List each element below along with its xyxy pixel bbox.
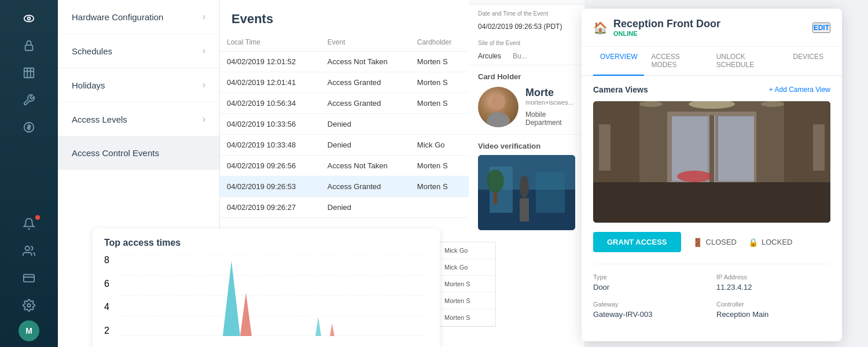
cell-cardholder: [410, 114, 469, 135]
people-item: Morten S: [439, 276, 495, 293]
add-camera-link[interactable]: + Add Camera View: [769, 86, 830, 94]
svg-rect-38: [718, 116, 754, 181]
nav-item-events[interactable]: Access Control Events: [58, 136, 219, 170]
nav-item-hardware[interactable]: Hardware Configuration ›: [58, 0, 219, 34]
sidebar-icon-people[interactable]: [14, 239, 43, 264]
tab-overview[interactable]: OVERVIEW: [593, 47, 644, 76]
controller-label: Controller: [716, 301, 830, 308]
gateway-value: Gateway-IRV-003: [593, 310, 707, 319]
nav-item-access-levels[interactable]: Access Levels ›: [58, 102, 219, 136]
cell-cardholder: Mick Go: [410, 135, 469, 156]
ip-label: IP Address: [716, 274, 830, 280]
svg-rect-3: [24, 68, 34, 78]
sidebar-icon-wrench[interactable]: [14, 87, 43, 112]
table-row[interactable]: 04/02/2019 09:26:56 Access Not Taken Mor…: [220, 156, 469, 176]
info-controller: Controller Reception Main: [716, 301, 830, 319]
sidebar: M: [0, 0, 58, 347]
grant-access-button[interactable]: GRANT ACCESS: [593, 232, 681, 252]
chart-area: 2 4 6 8: [104, 255, 428, 336]
camera-feed[interactable]: Reception Outside LIVE: [593, 101, 830, 223]
cell-time: 04/02/2019 09:26:56: [220, 156, 321, 176]
table-row[interactable]: 04/02/2019 10:56:34 Access Granted Morte…: [220, 93, 469, 114]
status-locked: 🔒 LOCKED: [748, 238, 792, 247]
svg-point-1: [28, 17, 31, 20]
nav-label-holidays: Holidays: [72, 80, 105, 90]
user-avatar[interactable]: M: [19, 320, 39, 341]
svg-point-45: [761, 101, 784, 107]
reception-header: 🏠 Reception Front Door ONLINE EDIT: [582, 9, 842, 47]
cell-cardholder: Morten S: [410, 176, 469, 197]
video-thumbnail[interactable]: Reception Inside: [478, 155, 575, 230]
cell-cardholder: Morten S: [410, 156, 469, 176]
type-label: Type: [593, 274, 707, 280]
cell-event: Access Not Taken: [321, 51, 410, 72]
cell-time: 04/02/2019 10:56:34: [220, 93, 321, 114]
tab-devices[interactable]: DEVICES: [786, 47, 830, 76]
svg-rect-2: [25, 45, 33, 50]
chart-svg: [116, 255, 428, 336]
table-row[interactable]: 04/02/2019 10:33:48 Denied Mick Go: [220, 135, 469, 156]
svg-point-17: [487, 169, 504, 193]
chart-panel: Top access times 2 4 6 8: [93, 228, 440, 347]
nav-item-holidays[interactable]: Holidays ›: [58, 68, 219, 102]
closed-label: CLOSED: [706, 238, 737, 246]
table-row[interactable]: 04/02/2019 12:01:52 Access Not Taken Mor…: [220, 51, 469, 72]
chart-title: Top access times: [104, 238, 428, 248]
cell-event: Denied: [321, 114, 410, 135]
y-label-2: 2: [104, 326, 109, 336]
nav-label-access-levels: Access Levels: [72, 115, 127, 124]
sidebar-icon-eye[interactable]: [14, 6, 43, 31]
cell-time: 04/02/2019 12:01:41: [220, 72, 321, 93]
tab-unlock-schedule[interactable]: UNLOCK SCHEDULE: [709, 47, 786, 76]
sidebar-icon-building[interactable]: [14, 60, 43, 85]
sidebar-icon-gear[interactable]: [14, 293, 43, 318]
notification-dot: [35, 215, 40, 220]
y-label-4: 4: [104, 302, 109, 312]
sidebar-bottom: M: [19, 320, 39, 347]
cardholder-avatar: [478, 87, 518, 127]
people-item: Morten S: [439, 293, 495, 309]
edit-button[interactable]: EDIT: [812, 23, 830, 33]
reception-tabs: OVERVIEW ACCESS MODES UNLOCK SCHEDULE DE…: [582, 47, 842, 76]
sidebar-icon-card[interactable]: [14, 266, 43, 291]
svg-point-39: [677, 171, 712, 182]
sidebar-icon-bell[interactable]: [14, 212, 43, 237]
cardholder-dept-label: Mobile: [525, 110, 573, 119]
chevron-right-icon: ›: [203, 80, 205, 90]
col-cardholder: Cardholder: [410, 34, 469, 51]
cell-time: 04/02/2019 09:26:27: [220, 197, 321, 218]
svg-rect-36: [667, 112, 756, 115]
table-row[interactable]: 04/02/2019 09:26:27 Denied: [220, 197, 469, 218]
svg-point-0: [24, 15, 34, 21]
controller-value: Reception Main: [716, 310, 830, 319]
svg-marker-24: [219, 261, 243, 336]
reception-header-left: 🏠 Reception Front Door ONLINE: [593, 18, 720, 37]
type-value: Door: [593, 283, 707, 291]
table-row[interactable]: 04/02/2019 10:33:56 Denied: [220, 114, 469, 135]
tab-access-modes[interactable]: ACCESS MODES: [644, 47, 709, 76]
table-row[interactable]: 04/02/2019 12:01:41 Access Granted Morte…: [220, 72, 469, 93]
sidebar-icon-lock[interactable]: [14, 33, 43, 58]
reception-body: Camera Views + Add Camera View Reception…: [582, 76, 842, 339]
table-row[interactable]: 04/02/2019 09:26:53 Access Granted Morte…: [220, 176, 469, 197]
col-event: Event: [321, 34, 410, 51]
cell-time: 04/02/2019 10:33:48: [220, 135, 321, 156]
chart-y-axis: 2 4 6 8: [104, 255, 109, 336]
nav-label-hardware: Hardware Configuration: [72, 12, 163, 22]
divider: [593, 264, 830, 264]
cell-time: 04/02/2019 10:33:56: [220, 114, 321, 135]
reception-status: ONLINE: [613, 30, 720, 37]
info-grid: Type Door IP Address 11.23.4.12 Gateway …: [593, 274, 830, 319]
col-local-time: Local Time: [220, 34, 321, 51]
sidebar-icon-dollar[interactable]: [14, 115, 43, 139]
nav-item-schedules[interactable]: Schedules ›: [58, 34, 219, 68]
svg-marker-27: [327, 323, 337, 336]
chevron-right-icon: ›: [203, 46, 205, 56]
cell-event: Denied: [321, 197, 410, 218]
cardholder-name: Morte: [525, 87, 573, 99]
cell-event: Access Granted: [321, 93, 410, 114]
video-section: Video verification Reception Inside: [469, 135, 584, 237]
event-site-value: Arcules: [478, 52, 501, 60]
svg-rect-42: [813, 124, 825, 171]
action-bar: GRANT ACCESS 🚪 CLOSED 🔒 LOCKED: [593, 232, 830, 252]
